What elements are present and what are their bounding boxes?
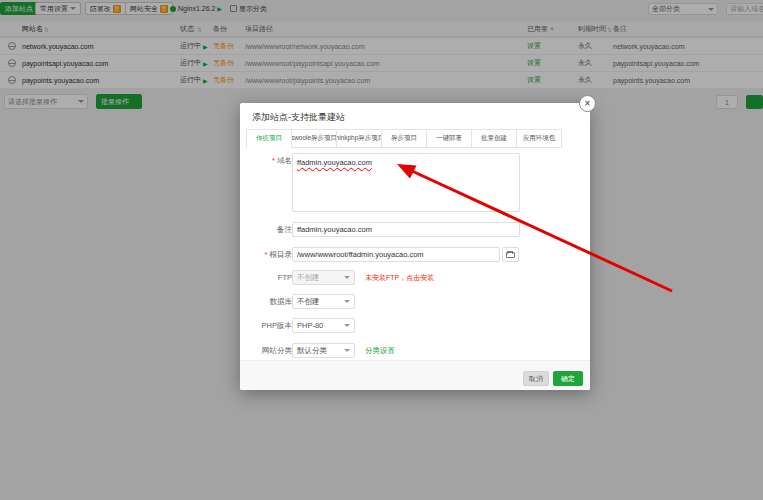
domain-value: ffadmin.youyacao.com: [297, 158, 372, 167]
database-label: 数据库: [248, 297, 292, 307]
root-input[interactable]: /www/wwwroot/ffadmin.youyacao.com: [292, 247, 500, 262]
php-version-label: PHP版本: [248, 321, 292, 331]
modal-footer: 取消 确定: [240, 360, 590, 390]
tab-batch-create[interactable]: 批量创建: [471, 129, 517, 148]
domain-label: 域名: [248, 156, 292, 166]
ftp-value: 不创建: [297, 273, 320, 283]
chevron-down-icon: [344, 300, 350, 303]
folder-icon: [506, 252, 515, 258]
tab-app-env-package[interactable]: 应用环境包: [516, 129, 562, 148]
close-icon[interactable]: ×: [579, 95, 596, 112]
modal-title: 添加站点-支持批量建站: [252, 111, 345, 124]
site-category-label: 网站分类: [248, 346, 292, 356]
remark-value: ffadmin.youyacao.com: [297, 225, 372, 234]
chevron-down-icon: [344, 349, 350, 352]
root-value: /www/wwwroot/ffadmin.youyacao.com: [297, 250, 424, 259]
chevron-down-icon: [344, 324, 350, 327]
remark-label: 备注: [248, 225, 292, 235]
tab-async-project[interactable]: 异步项目: [381, 129, 427, 148]
category-settings-link[interactable]: 分类设置: [365, 346, 395, 356]
php-version-select[interactable]: PHP-80: [292, 318, 355, 333]
database-select[interactable]: 不创建: [292, 294, 355, 309]
tab-one-click-deploy[interactable]: 一键部署: [426, 129, 472, 148]
ftp-label: FTP: [248, 273, 292, 282]
ftp-select[interactable]: 不创建: [292, 270, 355, 285]
tab-swoole-async-project[interactable]: swoole异步项目: [291, 129, 337, 148]
tab-traditional-project[interactable]: 传统项目: [246, 129, 292, 148]
folder-picker-button[interactable]: [502, 247, 519, 262]
php-version-value: PHP-80: [297, 321, 323, 330]
chevron-down-icon: [344, 276, 350, 279]
tab-thinkphp-async-project[interactable]: thinkphp异步项目: [336, 129, 382, 148]
domain-textarea[interactable]: ffadmin.youyacao.com: [292, 153, 520, 212]
ftp-install-hint-link[interactable]: 未安装FTP，点击安装: [365, 273, 434, 283]
site-category-value: 默认分类: [297, 346, 327, 356]
confirm-button[interactable]: 确定: [553, 371, 583, 386]
database-value: 不创建: [297, 297, 320, 307]
cancel-button[interactable]: 取消: [523, 371, 549, 386]
remark-input[interactable]: ffadmin.youyacao.com: [292, 222, 520, 237]
modal-tabs: 传统项目 swoole异步项目 thinkphp异步项目 异步项目 一键部署 批…: [247, 129, 562, 148]
add-site-modal: 添加站点-支持批量建站 × 传统项目 swoole异步项目 thinkphp异步…: [240, 103, 590, 390]
site-category-select[interactable]: 默认分类: [292, 343, 355, 358]
root-label: 根目录: [248, 250, 292, 260]
